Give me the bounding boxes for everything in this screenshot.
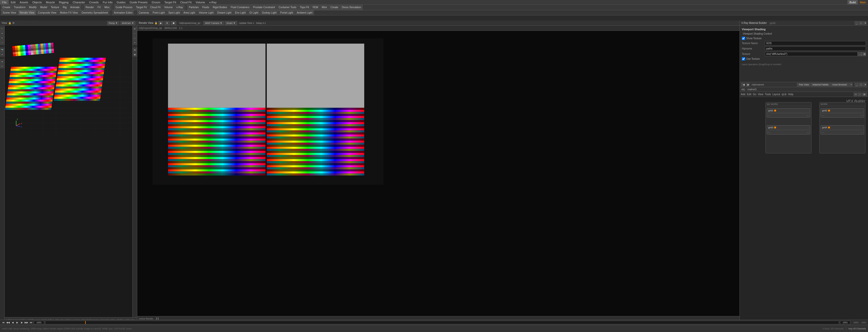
particles-btn[interactable]: Particles <box>187 5 200 10</box>
transform-btn[interactable]: Transform <box>12 5 27 10</box>
node-minimize-btn[interactable]: _ <box>855 83 858 87</box>
show-texture-checkbox[interactable] <box>742 37 745 40</box>
node-canvas[interactable]: VEX Builder NO WORK grid1 — — <box>740 97 868 325</box>
node-help-menu[interactable]: Help <box>788 93 793 96</box>
spot-light-btn[interactable]: Spot Light <box>167 10 181 16</box>
motion-fx-tab[interactable]: Motion FX View <box>59 10 80 16</box>
play-prev-frame-btn[interactable]: ◀ <box>11 321 14 324</box>
wireframe-tool[interactable]: □ <box>133 31 137 35</box>
menu-cloud-fit[interactable]: Cloud Fit <box>178 0 194 5</box>
breadcrumb-obj[interactable]: obj <box>741 88 745 91</box>
light-tool[interactable]: ☀ <box>133 40 137 44</box>
mb-close-btn[interactable]: ✕ <box>863 21 866 25</box>
node-add-menu[interactable]: Add <box>741 93 745 96</box>
node-grid3[interactable]: grid3 — — <box>767 125 810 134</box>
node-fit-btn[interactable]: ⊞ <box>862 93 867 96</box>
cloud-fit-btn2[interactable]: Cloud Fit <box>149 5 162 10</box>
texture-field-input[interactable] <box>765 52 858 56</box>
container-tools-btn[interactable]: Container Tools <box>277 5 298 10</box>
menu-file[interactable]: File <box>0 0 9 5</box>
render-canvas[interactable] <box>137 31 740 316</box>
persp-btn[interactable]: Persp ▼ <box>107 21 119 25</box>
create-btn[interactable]: Create <box>1 5 12 10</box>
menu-character[interactable]: Character <box>70 0 87 5</box>
settings-icon[interactable]: ⚙ <box>12 22 14 24</box>
fluids-btn[interactable]: Fluids <box>201 5 211 10</box>
xray-btn2[interactable]: x-Ray <box>175 5 184 10</box>
area-light-btn[interactable]: Area Light <box>182 10 197 16</box>
node-zoom-in-btn[interactable]: + <box>854 93 857 96</box>
node-go-menu[interactable]: Go <box>753 93 756 96</box>
misc-btn[interactable]: Misc <box>103 5 111 10</box>
frame-end-input[interactable] <box>840 321 850 324</box>
animation-editor-tab[interactable]: Animation Editor <box>112 10 134 16</box>
texture-browse-btn[interactable]: … <box>858 52 862 56</box>
node-asset-browser-btn[interactable]: Asset Browser <box>831 83 848 87</box>
render-preview-tool[interactable]: ▣ <box>133 52 137 56</box>
fx-btn[interactable]: FX <box>96 5 102 10</box>
wire-btn[interactable]: Wire <box>320 5 329 10</box>
texture-link-btn[interactable]: ⛓ <box>862 52 866 56</box>
render-start-btn[interactable]: ▶ <box>158 21 163 25</box>
node-forward-btn[interactable]: ▶ <box>746 83 749 87</box>
node-add-tab-btn[interactable]: + <box>849 83 852 87</box>
create2-btn[interactable]: Create <box>329 5 340 10</box>
use-texture-checkbox[interactable] <box>742 57 745 61</box>
play-next-key-btn[interactable]: ▶▶ <box>25 321 28 324</box>
shotcam-btn[interactable]: shotCam ▼ <box>120 21 135 25</box>
node-view-menu[interactable]: View <box>758 93 763 96</box>
node-grid1[interactable]: grid1 — — <box>767 108 810 118</box>
node-maximize-btn[interactable]: □ <box>859 83 862 87</box>
grid3-output[interactable] <box>774 126 776 128</box>
geometry-spreadsheet-tab[interactable]: Geometry Spreadsheet <box>80 10 110 16</box>
rotate-tool[interactable]: ↻ <box>0 36 4 40</box>
menu-guide-presets[interactable]: Guide Presets <box>128 0 150 5</box>
menu-build[interactable]: Build <box>847 0 858 5</box>
node-edit-menu[interactable]: Edit <box>747 93 751 96</box>
mb-minimize-btn[interactable]: _ <box>855 21 858 25</box>
snap-tool[interactable]: ⊕ <box>0 60 4 64</box>
select-tool[interactable]: ↖ <box>0 27 4 31</box>
play-next-frame-btn[interactable]: ▶ <box>20 321 24 324</box>
guide-process-btn[interactable]: Guide Process <box>114 5 134 10</box>
rigid-bodies-btn[interactable]: Rigid Bodies <box>211 5 228 10</box>
godray-light-btn[interactable]: Godray Light <box>260 10 278 16</box>
menu-guides[interactable]: Guides <box>115 0 128 5</box>
node-grid2[interactable]: grid2 — — <box>820 108 864 118</box>
menu-volume[interactable]: Volume <box>194 0 207 5</box>
menu-rigging[interactable]: Rigging <box>57 0 70 5</box>
fly-tool[interactable]: ✈ <box>0 52 4 56</box>
play-end-btn[interactable]: ⏭ <box>29 321 33 324</box>
node-tree-view-btn[interactable]: Tree View <box>797 83 810 87</box>
render-btn[interactable]: Render <box>84 5 95 10</box>
node-back-btn[interactable]: ◀ <box>741 83 745 87</box>
menu-assets[interactable]: Assets <box>18 0 30 5</box>
menu-target-fit[interactable]: Target Fit <box>162 0 178 5</box>
grid1-output[interactable] <box>774 110 776 112</box>
translate-tool[interactable]: ✛ <box>0 31 4 35</box>
cameras-btn[interactable]: Cameras <box>137 10 151 16</box>
node-close-btn[interactable]: ✕ <box>863 83 866 87</box>
fluid-containers-btn[interactable]: Fluid Containers <box>229 5 251 10</box>
render-stop-btn[interactable]: ⏹ <box>171 21 176 25</box>
zoom-fit-tool[interactable]: ⊞ <box>133 27 137 31</box>
node-tools-menu[interactable]: Tools <box>765 93 771 96</box>
mb-maximize-btn[interactable]: □ <box>859 21 862 25</box>
camera-select-btn[interactable]: WGP Camera ▼ <box>204 21 224 25</box>
menu-muscle[interactable]: Muscle <box>44 0 57 5</box>
texture-name-input[interactable] <box>765 41 866 46</box>
menu-objects[interactable]: Objects <box>30 0 44 5</box>
breadcrumb-matnet[interactable]: matnet1 <box>747 88 757 91</box>
scene-view-tab[interactable]: Scene View <box>1 10 18 16</box>
dress-sim-btn[interactable]: Dress Simulation <box>340 5 363 10</box>
key-all-channels-label[interactable]: Key All Channels <box>848 327 866 330</box>
menu-edit[interactable]: Edit <box>9 0 18 5</box>
play-start-btn[interactable]: ⏮ <box>2 321 5 324</box>
grid2-output[interactable] <box>828 110 830 112</box>
texture-btn[interactable]: Texture <box>49 5 61 10</box>
node-qlib-menu[interactable]: qLib <box>781 93 786 96</box>
play-prev-key-btn[interactable]: ◀◀ <box>6 321 10 324</box>
point-light-btn[interactable]: Point Light <box>151 10 166 16</box>
render-quality-btn[interactable]: Smart ▼ <box>225 21 237 25</box>
paint-tool[interactable]: ✏ <box>0 64 4 68</box>
